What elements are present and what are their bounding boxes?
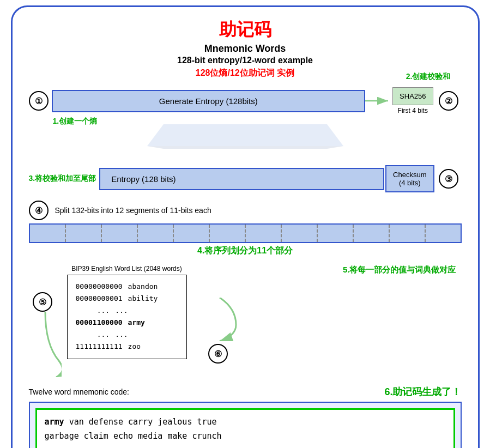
wl-row-3: ... ... (76, 305, 178, 317)
title-zh2: 128位熵/12位助记词 实例 (29, 68, 462, 79)
circle-5: ⑤ (33, 292, 52, 312)
label5: 5.将每一部分的值与词典做对应 (343, 265, 456, 275)
seg3 (102, 225, 138, 242)
down-arrow-area (29, 124, 462, 149)
wl-num-army: 00001100000 (76, 317, 123, 329)
right-arrow-area: ⑥ (198, 298, 241, 364)
svg-marker-4 (147, 146, 343, 149)
circle-1: ① (29, 91, 49, 111)
label4: 4.将序列划分为11个部分 (29, 245, 462, 257)
label3: 3.将校验和加至尾部 (29, 174, 96, 184)
title-en1: Mnemonic Words (29, 43, 462, 55)
segment-dividers (30, 225, 461, 242)
wl-word-zoo: zoo (128, 341, 141, 353)
seg7 (246, 225, 282, 242)
seg10 (354, 225, 390, 242)
wordlist-title: BIP39 English Word List (2048 words) (67, 265, 187, 273)
entropy-box: Generate Entropy (128bits) (52, 90, 366, 112)
wordlist-container: BIP39 English Word List (2048 words) 000… (67, 265, 187, 359)
mnemonic-rest: van defense carry jealous truegarbage cl… (45, 417, 222, 441)
circle-3: ③ (439, 169, 458, 189)
seg2 (66, 225, 102, 242)
wl-num-2: 00000000001 (76, 293, 123, 305)
step3-row: 3.将校验和加至尾部 Entropy (128 bits) Checksum (… (29, 165, 462, 192)
circle-2: ② (439, 91, 458, 111)
step4-row: ④ Split 132-bits into 12 segments of 11-… (29, 201, 462, 257)
mnemonic-bold-word: army (45, 417, 64, 427)
checksum-bits: (4 bits) (393, 179, 426, 187)
segment-bar (29, 223, 462, 243)
wl-row-1: 00000000000 abandon (76, 281, 178, 293)
twelve-word-label: Twelve word mnemonic code: (29, 388, 129, 396)
segment-bar-wrapper (29, 223, 462, 243)
seg9 (318, 225, 354, 242)
split-text: Split 132-bits into 12 segments of 11-bi… (55, 206, 211, 215)
step1-row: 2.创建校验和 ① Generate Entropy (128bits) SHA… (29, 87, 462, 114)
seg8 (282, 225, 318, 242)
mnemonic-inner: army van defense carry jealous truegarba… (35, 408, 455, 448)
wl-row-2: 00000000001 ability (76, 293, 178, 305)
wl-num-1: 00000000000 (76, 281, 123, 293)
step4-top: ④ Split 132-bits into 12 segments of 11-… (29, 201, 462, 220)
entropy128-box: Entropy (128 bits) (99, 168, 384, 190)
arrow-to-sha (365, 93, 392, 109)
step5-row: ⑤ BIP39 English Word List (2048 words) (29, 265, 462, 377)
wl-row-6: 11111111111 zoo (76, 341, 178, 353)
label2: 2.创建校验和 (406, 72, 451, 82)
step6-row: Twelve word mnemonic code: 6.助记码生成了！ arm… (29, 385, 462, 448)
checksum-box: Checksum (4 bits) (385, 165, 434, 192)
wl-dots-word-2: ... (115, 329, 128, 341)
sha-area: SHA256 First 4 bits (392, 87, 433, 114)
step6-top: Twelve word mnemonic code: 6.助记码生成了！ (29, 385, 462, 398)
seg1 (30, 225, 66, 242)
seg11 (390, 225, 426, 242)
main-container: 助记码 Mnemonic Words 128-bit entropy/12-wo… (11, 5, 480, 448)
title-en2: 128-bit entropy/12-word example (29, 56, 462, 65)
wl-dots-2: ... (76, 329, 110, 341)
label6: 6.助记码生成了！ (384, 385, 461, 398)
wl-dots-1: ... (76, 305, 110, 317)
circle-4: ④ (29, 201, 49, 220)
curved-arrows (29, 312, 62, 377)
seg5 (174, 225, 210, 242)
wl-word-army: army (128, 317, 145, 329)
svg-marker-3 (147, 124, 343, 146)
first4bits: First 4 bits (392, 107, 433, 114)
mnemonic-outer: army van defense carry jealous truegarba… (29, 402, 462, 448)
wl-row-4: 00001100000 army (76, 317, 178, 329)
wordlist-box: 00000000000 abandon 00000000001 ability … (67, 275, 187, 359)
wl-num-zoo: 11111111111 (76, 341, 123, 353)
wl-row-5: ... ... (76, 329, 178, 341)
left-arrow-area: ⑤ (29, 270, 62, 377)
circle-6: ⑥ (208, 344, 228, 364)
wl-dots-word-1: ... (115, 305, 128, 317)
title-zh: 助记码 (29, 18, 462, 42)
right-curved-arrow (198, 298, 241, 341)
down-arrow-svg (136, 124, 354, 149)
seg4 (138, 225, 174, 242)
seg6 (210, 225, 246, 242)
wl-word-2: ability (128, 293, 158, 305)
checksum-label: Checksum (393, 171, 426, 179)
seg12 (426, 225, 461, 242)
sha-box: SHA256 (392, 87, 433, 105)
wl-word-1: abandon (128, 281, 158, 293)
